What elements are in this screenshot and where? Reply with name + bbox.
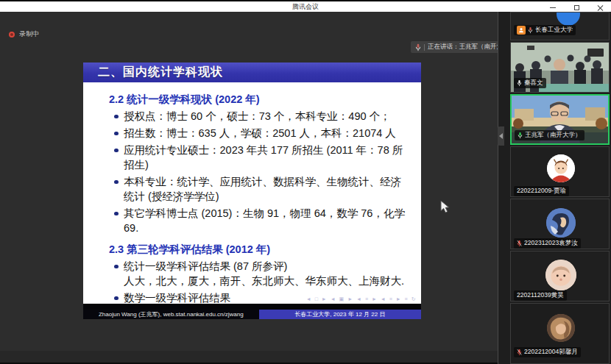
- record-dot-icon: [9, 32, 15, 38]
- sidebar-collapse-handle[interactable]: [498, 126, 504, 146]
- participant-tile[interactable]: 2202312023袁梦汝: [510, 199, 610, 249]
- avatar: [547, 154, 575, 182]
- recording-label: 录制中: [19, 29, 39, 39]
- participant-tile[interactable]: 长春工业大学: [510, 12, 610, 40]
- slide-title-bar: 二、国内统计学科现状: [83, 63, 421, 82]
- avatar: [546, 208, 576, 238]
- participant-tile[interactable]: 2202212009-贾瑜: [510, 146, 610, 197]
- mic-muted-icon: [517, 349, 522, 356]
- window-title: 腾讯会议: [292, 2, 319, 12]
- bullet-item: 应用统计专业硕士：2023 年共 177 所招生 (2011 年：78 所招生): [114, 143, 408, 172]
- window-controls: [548, 2, 608, 13]
- participant-name-badge: 秦喜文: [514, 78, 546, 88]
- avatar: [545, 260, 576, 290]
- minimize-button[interactable]: [548, 3, 558, 12]
- participants-sidebar: 长春工业大学 秦喜文: [498, 12, 611, 364]
- mic-icon: [517, 79, 522, 87]
- beamer-navigation-icons: ◄ □ ► ◄ ▣ ► ◄ ≡ ► ◄ ≡ ► ≡ ↻: [306, 296, 417, 302]
- participant-name-badge: 长春工业大学: [514, 25, 576, 35]
- participant-name-badge: 2202312023袁梦汝: [514, 238, 581, 249]
- bullet-line: 统计一级学科评估结果 (87 所参评): [124, 259, 408, 274]
- bullet-item: 招生数：博士：635 人，学硕：2501 人，本科：21074 人: [114, 126, 408, 140]
- participant-tile[interactable]: 秦喜文: [510, 42, 610, 93]
- participant-name-badge: 2202212004郭馨月: [514, 347, 581, 357]
- divider: [424, 44, 425, 51]
- slide-title: 二、国内统计学科现状: [98, 65, 223, 80]
- slide-footer: Zhaojun Wang (王兆军), web.stat.nankai.edu.…: [83, 310, 421, 319]
- host-icon: [517, 26, 526, 35]
- chevron-left-icon: [499, 133, 503, 139]
- participant-name-badge: 王兆军（南开大学）: [515, 130, 584, 140]
- bullet-item: 统计一级学科评估结果 (87 所参评) 人大，北大，厦大，南开、东北师大、华东师…: [114, 259, 408, 288]
- window-title-bar: 腾讯会议: [0, 0, 611, 12]
- bullet-item: 其它学科博士点 (2015)：生物 91，物理 64，数学 76，化学 69.: [114, 206, 408, 235]
- mic-icon: [415, 43, 421, 51]
- bullet-item: 本科专业：统计学、应用统计、数据科学、生物统计、经济统计 (授经济学学位): [114, 174, 408, 204]
- presentation-slide: 二、国内统计学科现状 2.2 统计一级学科现状 (2022 年) 授权点：博士 …: [83, 63, 421, 319]
- participant-name: 2202212009-贾瑜: [517, 187, 566, 196]
- bullet-item: 授权点：博士 60 个，硕士：73 个，本科专业：490 个；: [114, 109, 408, 124]
- footer-venue-date: 长春工业大学, 2023 年 12 月 22 日: [259, 310, 421, 319]
- participant-name: 秦喜文: [524, 79, 543, 88]
- mouse-cursor: [440, 200, 450, 214]
- mic-active-icon: [518, 132, 523, 139]
- participant-name-badge: 2202112039黄昊: [514, 290, 567, 301]
- participant-tile-active-speaker[interactable]: 王兆军（南开大学）: [510, 94, 610, 145]
- participant-name: 王兆军（南开大学）: [525, 131, 582, 140]
- slide-body: 2.2 统计一级学科现状 (2022 年) 授权点：博士 60 个，硕士：73 …: [83, 82, 421, 304]
- recording-indicator[interactable]: 录制中: [9, 29, 39, 39]
- participant-name: 2202212004郭馨月: [524, 348, 578, 357]
- maximize-button[interactable]: [571, 3, 582, 12]
- mic-icon: [528, 26, 533, 34]
- slide-bottom-band: [83, 304, 421, 310]
- meeting-window: 录制中 正在讲话：王兆军（南开大学）； 二、国内统计学科现状 2.2 统计一级学…: [0, 0, 611, 364]
- avatar: [547, 314, 575, 342]
- section-heading-22: 2.2 统计一级学科现状 (2022 年): [109, 92, 414, 107]
- footer-author: Zhaojun Wang (王兆军), web.stat.nankai.edu.…: [83, 310, 259, 319]
- avatar: [557, 12, 580, 26]
- mic-muted-icon: [517, 240, 522, 247]
- participant-tile[interactable]: 2202112039黄昊: [510, 251, 610, 301]
- participant-name: 长春工业大学: [535, 26, 573, 35]
- participant-name: 2202312023袁梦汝: [524, 239, 578, 248]
- section-heading-23: 2.3 第三轮学科评估结果 (2012 年): [109, 242, 414, 257]
- participant-name: 2202112039黄昊: [517, 291, 564, 300]
- bullet-line: 人大，北大，厦大，南开、东北师大、华东师大、上海财大.: [124, 274, 408, 288]
- close-button[interactable]: [595, 3, 605, 12]
- participant-tile[interactable]: 2202212004郭馨月: [510, 303, 610, 364]
- shared-screen-area: 录制中 正在讲话：王兆军（南开大学）； 二、国内统计学科现状 2.2 统计一级学…: [0, 12, 498, 351]
- participant-name-badge: 2202212009-贾瑜: [514, 186, 569, 196]
